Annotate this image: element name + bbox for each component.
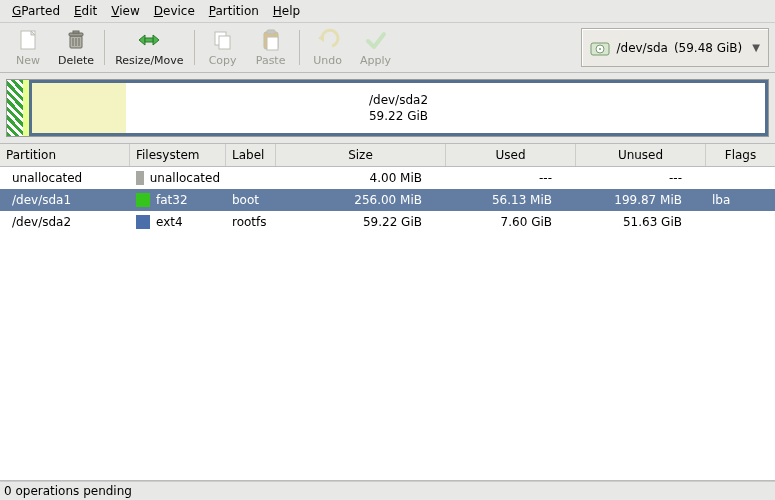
delete-button[interactable]: Delete — [52, 26, 100, 69]
resize-move-button[interactable]: Resize/Move — [109, 26, 189, 69]
svg-rect-14 — [267, 30, 275, 34]
trash-icon — [64, 28, 88, 52]
apply-icon — [364, 28, 388, 52]
menu-device[interactable]: Device — [148, 2, 201, 20]
partition-graph: /dev/sda2 59.22 GiB — [0, 73, 775, 143]
menu-gparted[interactable]: GParted — [6, 2, 66, 20]
undo-button[interactable]: Undo — [304, 26, 352, 69]
toolbar: New Delete Resize/Move Copy — [0, 23, 775, 73]
resize-icon — [135, 28, 163, 52]
svg-rect-4 — [73, 31, 79, 33]
table-row[interactable]: unallocated unallocated 4.00 MiB --- --- — [0, 167, 775, 189]
col-unused[interactable]: Unused — [576, 144, 706, 166]
menu-help[interactable]: Help — [267, 2, 306, 20]
col-flags[interactable]: Flags — [706, 144, 775, 166]
device-name: /dev/sda — [616, 41, 667, 55]
device-selector[interactable]: /dev/sda (59.48 GiB) ▼ — [581, 28, 769, 67]
table-header: Partition Filesystem Label Size Used Unu… — [0, 143, 775, 167]
svg-marker-9 — [153, 35, 159, 45]
graph-handle-left[interactable] — [7, 80, 15, 136]
status-bar: 0 operations pending — [0, 481, 775, 500]
new-icon — [16, 28, 40, 52]
svg-rect-12 — [219, 36, 230, 49]
col-filesystem[interactable]: Filesystem — [130, 144, 226, 166]
undo-icon — [316, 28, 340, 52]
chevron-down-icon: ▼ — [752, 42, 760, 53]
copy-icon — [211, 28, 235, 52]
svg-rect-15 — [267, 37, 278, 50]
graph-handle-left-2[interactable] — [15, 80, 23, 136]
graph-partition-sda2[interactable]: /dev/sda2 59.22 GiB — [29, 80, 768, 136]
copy-button[interactable]: Copy — [199, 26, 247, 69]
fs-swatch — [136, 171, 144, 185]
col-used[interactable]: Used — [446, 144, 576, 166]
col-size[interactable]: Size — [276, 144, 446, 166]
apply-button[interactable]: Apply — [352, 26, 400, 69]
device-size: (59.48 GiB) — [674, 41, 742, 55]
fs-swatch — [136, 215, 150, 229]
menu-partition[interactable]: Partition — [203, 2, 265, 20]
svg-marker-8 — [139, 35, 145, 45]
fs-swatch — [136, 193, 150, 207]
svg-point-19 — [599, 48, 601, 50]
new-button[interactable]: New — [4, 26, 52, 69]
col-label[interactable]: Label — [226, 144, 276, 166]
menu-view[interactable]: View — [105, 2, 145, 20]
menu-bar: GParted Edit View Device Partition Help — [0, 0, 775, 23]
drive-icon — [590, 39, 610, 57]
table-row[interactable]: /dev/sda1 fat32 boot 256.00 MiB 56.13 Mi… — [0, 189, 775, 211]
table-row[interactable]: /dev/sda2 ext4 rootfs 59.22 GiB 7.60 GiB… — [0, 211, 775, 233]
paste-icon — [259, 28, 283, 52]
partition-table: unallocated unallocated 4.00 MiB --- ---… — [0, 167, 775, 481]
graph-used-region — [32, 83, 126, 133]
menu-edit[interactable]: Edit — [68, 2, 103, 20]
svg-rect-10 — [145, 38, 153, 42]
paste-button[interactable]: Paste — [247, 26, 295, 69]
graph-caption: /dev/sda2 59.22 GiB — [369, 92, 428, 124]
col-partition[interactable]: Partition — [0, 144, 130, 166]
